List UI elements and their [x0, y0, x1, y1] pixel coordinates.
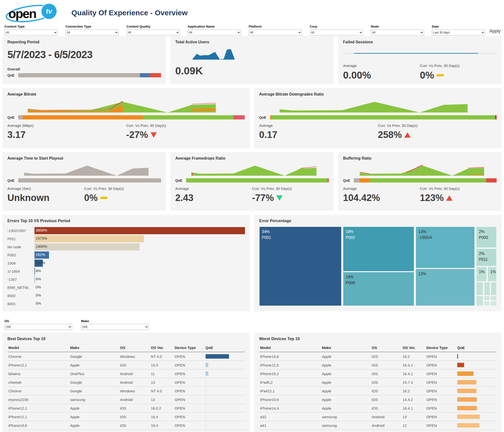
reporting-period-value: 5/7/2023 - 6/5/2023 [7, 49, 161, 61]
error-bar[interactable] [34, 227, 245, 234]
treemap-cell[interactable]: 18%P002 [343, 227, 414, 271]
treemap-cell[interactable] [476, 282, 483, 295]
table-row: ChromeGoogleWindowsNT 4.0OPEN [7, 352, 245, 361]
qoe-mini-bar [457, 363, 464, 367]
column-header: QoE [456, 344, 497, 352]
treemap-cell-percent: 2% [479, 251, 494, 257]
compare-value: 258% [378, 130, 402, 140]
error-bar[interactable] [34, 243, 140, 250]
qoe-cell [205, 404, 245, 413]
table-cell: 14.4.2 [402, 395, 425, 404]
error-code-label: ERR_NETW.. [7, 285, 34, 290]
table-cell: iOS [371, 395, 402, 404]
treemap-cell[interactable]: 14%P008 [343, 272, 414, 306]
error-bar-plot: 0% [34, 284, 245, 291]
treemap-cell[interactable]: 34%P001 [259, 227, 342, 306]
apply-button[interactable]: Apply [489, 29, 501, 34]
error-bar[interactable] [34, 276, 35, 283]
table-cell: iPhone12,1 [7, 404, 69, 413]
table-cell: a32 [259, 413, 321, 421]
table-cell: Windows [119, 387, 150, 395]
column-header: Model [7, 344, 69, 352]
table-title: Best Devices Top 10 [7, 337, 245, 341]
table-row: iPhone15,2AppleiOS16.4.1OPEN [259, 369, 497, 378]
qoe-cell [456, 421, 497, 430]
buffering-ratio-card: Buffering Ratio QoE Average 104.42% C [338, 152, 502, 211]
table-row: exynos9825samsungAndroid12OPEN [259, 430, 497, 432]
filter-select[interactable]: All [188, 30, 241, 35]
qoe-cell [205, 387, 245, 395]
treemap-cell[interactable] [490, 296, 497, 300]
table-cell: 13 [150, 378, 174, 387]
filter-select[interactable]: All [127, 30, 180, 35]
errors-top10-card: Errors Top 10 VS Previous Period -1352/1… [2, 215, 250, 311]
error-code-label: 6001 [7, 302, 34, 306]
treemap-cell[interactable]: 13%-1355/4 [416, 227, 475, 268]
treemap-cell[interactable] [491, 282, 497, 295]
qoe-cell [205, 421, 245, 430]
filter-label: Make [81, 319, 149, 323]
table-cell: 16.2 [402, 387, 425, 395]
bitrate-downgrades-sparkline [269, 99, 478, 114]
table-cell: OPEN [174, 421, 204, 430]
treemap-cell[interactable] [476, 296, 483, 306]
error-code-label: 1004 [7, 261, 34, 265]
filter-select[interactable]: All [65, 30, 119, 35]
error-bar-value: 0% [36, 285, 41, 289]
best-devices-card: Best Devices Top 10 ModelMakeOSOS Ver.De… [2, 333, 250, 432]
qoe-cell [456, 387, 497, 395]
filter-select[interactable]: All [249, 30, 302, 35]
table-cell: iPhone12,1 [7, 413, 69, 421]
table-cell: Android [371, 421, 402, 430]
qoe-mini-bar [206, 406, 206, 410]
qoe-cell [456, 369, 497, 378]
qoe-cell [456, 430, 497, 432]
total-active-users-value: 0.09K [175, 65, 329, 77]
qoe-cell [456, 395, 497, 404]
treemap-cell[interactable]: 12% [416, 269, 475, 306]
error-bar-plot: 3800% [34, 227, 245, 234]
filter-select[interactable]: All [4, 30, 58, 35]
table-cell: OPEN [425, 413, 456, 421]
filter-select[interactable]: Last 30 days [432, 30, 485, 35]
card-title: Reporting Period [7, 40, 161, 44]
header: open tv Quality Of Experience - Overview [2, 2, 502, 23]
column-header: OS Ver. [402, 344, 425, 352]
filter-connection-type: Connection TypeAll [65, 25, 119, 35]
filter-label: OS [4, 319, 72, 323]
table-cell: 16.0.2 [150, 404, 174, 413]
error-bar-row: 1/-10048% [7, 267, 245, 275]
table-cell: Apple [321, 369, 371, 378]
filter-select[interactable]: All [371, 30, 424, 35]
error-bar[interactable] [34, 235, 144, 242]
qoe-bar-segment [233, 115, 245, 119]
average-label: Average [343, 64, 420, 68]
compare-label: Curr. Vs Prev. 30 Day(s) [126, 123, 245, 128]
treemap-cell[interactable] [484, 296, 490, 300]
treemap-cell[interactable] [484, 301, 490, 306]
treemap-cell[interactable]: 2%P000 [476, 227, 497, 248]
compare-label: Curr. Vs Prev. 30 Day(s) [420, 64, 497, 68]
filter-select[interactable]: (All) [81, 324, 149, 330]
qoe-bar-segment [23, 115, 143, 119]
table-cell: iPhone12,1 [7, 361, 69, 369]
column-header: QoE [205, 344, 245, 352]
treemap-cell[interactable]: 2%P011 [476, 249, 497, 266]
qoe-mini-bar [206, 423, 206, 428]
treemap-cell[interactable]: 1% [476, 267, 487, 282]
treemap-cell[interactable] [484, 282, 490, 295]
error-bar[interactable] [34, 268, 35, 275]
treemap-cell[interactable]: 1% [488, 267, 497, 282]
overall-qoe-bar [18, 73, 161, 77]
table-cell: OPEN [174, 378, 204, 387]
table-row: lahainaOnePlusAndroid11OPEN [7, 369, 245, 378]
table-cell: exynos2100 [7, 395, 69, 404]
filter-select[interactable]: (All) [4, 324, 72, 330]
filter-select[interactable]: All [310, 30, 363, 35]
qoe-cell [456, 352, 497, 361]
treemap-cell-percent: 12% [418, 271, 472, 277]
error-bar-row: -1352/10073800% [7, 227, 245, 235]
average-value: 104.42% [343, 193, 420, 203]
table-cell: Apple [321, 378, 371, 387]
treemap-cell[interactable] [490, 301, 497, 306]
